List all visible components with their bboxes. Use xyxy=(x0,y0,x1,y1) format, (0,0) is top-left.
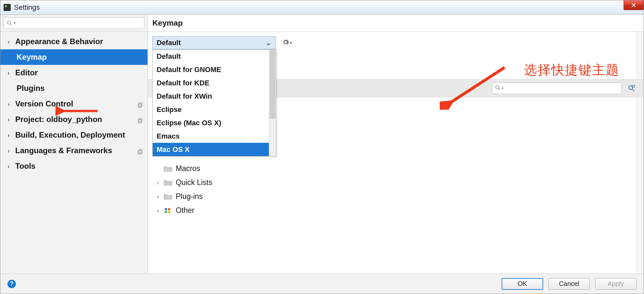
keymap-option-emacs[interactable]: Emacs xyxy=(153,129,276,143)
chevron-right-icon: › xyxy=(152,193,163,200)
chevron-right-icon: › xyxy=(152,179,163,186)
sidebar-item-editor[interactable]: › Editor xyxy=(0,65,148,80)
other-icon xyxy=(163,207,173,214)
keymap-select[interactable]: Default ⌄ xyxy=(152,36,276,49)
svg-rect-6 xyxy=(139,118,142,122)
close-button[interactable] xyxy=(624,0,644,10)
svg-rect-7 xyxy=(138,151,141,154)
keymap-option-macosx[interactable]: Mac OS X xyxy=(153,143,276,156)
app-icon xyxy=(4,4,11,11)
ok-button[interactable]: OK xyxy=(502,278,543,290)
project-scope-icon xyxy=(137,116,143,122)
keymap-option-gnome[interactable]: Default for GNOME xyxy=(153,63,276,76)
actions-search-input[interactable]: ▾ xyxy=(492,82,622,94)
svg-line-12 xyxy=(632,89,634,91)
svg-rect-15 xyxy=(168,208,170,210)
chevron-right-icon: › xyxy=(7,38,15,45)
settings-window: Settings ▾ › Appearan xyxy=(0,0,644,294)
page-title: Keymap xyxy=(152,18,183,28)
sidebar-search-row: ▾ xyxy=(0,15,148,32)
main-title-row: Keymap xyxy=(148,15,644,32)
tree-item-macros[interactable]: › Macros xyxy=(152,162,212,176)
sidebar-item-label: Editor xyxy=(15,68,38,77)
main-panel: Keymap Default ⌄ ▾ xyxy=(148,15,644,274)
annotation-arrow-icon xyxy=(55,103,101,119)
cancel-button[interactable]: Cancel xyxy=(548,278,590,290)
keymap-option-eclipse-mac[interactable]: Eclipse (Mac OS X) xyxy=(153,116,276,129)
tree-item-label: Other xyxy=(176,206,195,215)
annotation-arrow-icon xyxy=(440,64,508,110)
tree-item-label: Plug-ins xyxy=(176,192,203,201)
dropdown-scrollbar-thumb[interactable] xyxy=(270,50,275,118)
footer: ? OK Cancel Apply xyxy=(0,274,644,294)
sidebar-item-plugins[interactable]: Plugins xyxy=(0,80,148,96)
sidebar-item-label: Build, Execution, Deployment xyxy=(15,130,125,140)
settings-tree: › Appearance & Behavior Keymap › Editor xyxy=(0,32,148,274)
svg-rect-17 xyxy=(168,211,170,213)
keymap-option-xwin[interactable]: Default for XWin xyxy=(153,90,276,103)
sidebar-item-languages[interactable]: › Languages & Frameworks xyxy=(0,143,148,158)
sidebar-item-build[interactable]: › Build, Execution, Deployment xyxy=(0,127,148,143)
svg-rect-3 xyxy=(138,104,141,107)
help-button[interactable]: ? xyxy=(7,280,16,288)
keymap-row: Default ⌄ ▾ xyxy=(152,36,637,49)
help-icon: ? xyxy=(10,280,14,287)
sidebar-item-label: Keymap xyxy=(17,53,47,62)
sidebar-item-tools[interactable]: › Tools xyxy=(0,158,148,174)
project-scope-icon xyxy=(137,101,143,107)
svg-rect-8 xyxy=(139,150,142,153)
folder-icon xyxy=(163,165,173,172)
keymap-gear-button[interactable]: ▾ xyxy=(282,39,292,47)
tree-item-label: Quick Lists xyxy=(176,178,212,187)
gear-icon xyxy=(282,39,289,47)
chevron-right-icon: › xyxy=(7,131,15,139)
body: ▾ › Appearance & Behavior Keymap xyxy=(0,15,644,274)
chevron-right-icon: › xyxy=(7,116,15,123)
svg-line-18 xyxy=(449,67,505,103)
close-icon xyxy=(631,3,636,8)
keymap-option-default[interactable]: Default xyxy=(153,50,276,63)
annotation-text: 选择快捷键主题 xyxy=(524,61,619,79)
keymap-option-eclipse[interactable]: Eclipse xyxy=(153,103,276,116)
folder-icon xyxy=(163,193,173,200)
actions-search-field[interactable] xyxy=(505,85,619,92)
main-content: Default ⌄ ▾ xyxy=(148,32,644,274)
titlebar: Settings xyxy=(0,0,644,15)
keymap-select-value: Default xyxy=(157,39,181,47)
svg-rect-5 xyxy=(138,119,141,123)
window-title: Settings xyxy=(14,3,40,12)
sidebar-search-input[interactable]: ▾ xyxy=(4,17,144,29)
keymap-option-kde[interactable]: Default for KDE xyxy=(153,76,276,90)
chevron-right-icon: › xyxy=(7,100,15,108)
sidebar-item-label: Tools xyxy=(15,162,35,171)
chevron-down-icon: ⌄ xyxy=(266,39,271,47)
dropdown-scrollbar[interactable] xyxy=(269,50,276,156)
sidebar-item-label: Appearance & Behavior xyxy=(15,37,103,46)
keymap-dropdown: Default Default for GNOME Default for KD… xyxy=(152,49,276,156)
chevron-right-icon: › xyxy=(152,207,163,214)
svg-line-1 xyxy=(10,24,12,26)
svg-point-0 xyxy=(7,21,11,24)
chevron-right-icon: › xyxy=(7,69,15,77)
svg-rect-14 xyxy=(165,208,167,210)
svg-rect-16 xyxy=(165,211,167,213)
sidebar: ▾ › Appearance & Behavior Keymap xyxy=(0,15,148,274)
sidebar-item-label: Languages & Frameworks xyxy=(15,146,112,155)
tree-item-label: Macros xyxy=(176,164,200,173)
tree-item-plugins[interactable]: › Plug-ins xyxy=(152,190,212,203)
tree-item-other[interactable]: › Other xyxy=(152,203,212,217)
sidebar-search-field[interactable] xyxy=(16,20,141,27)
chevron-right-icon: › xyxy=(7,147,15,154)
sidebar-item-keymap[interactable]: Keymap xyxy=(0,49,148,65)
find-shortcut-icon[interactable] xyxy=(627,84,635,92)
chevron-down-icon: ▾ xyxy=(290,41,292,45)
svg-rect-4 xyxy=(139,103,142,106)
actions-tree: › Macros › Quick Lists › xyxy=(152,162,212,217)
folder-icon xyxy=(163,179,173,186)
chevron-right-icon: › xyxy=(7,163,15,170)
tree-item-quicklists[interactable]: › Quick Lists xyxy=(152,176,212,190)
apply-button[interactable]: Apply xyxy=(595,278,637,290)
search-icon xyxy=(6,20,12,26)
project-scope-icon xyxy=(137,148,143,153)
sidebar-item-appearance[interactable]: › Appearance & Behavior xyxy=(0,34,148,49)
